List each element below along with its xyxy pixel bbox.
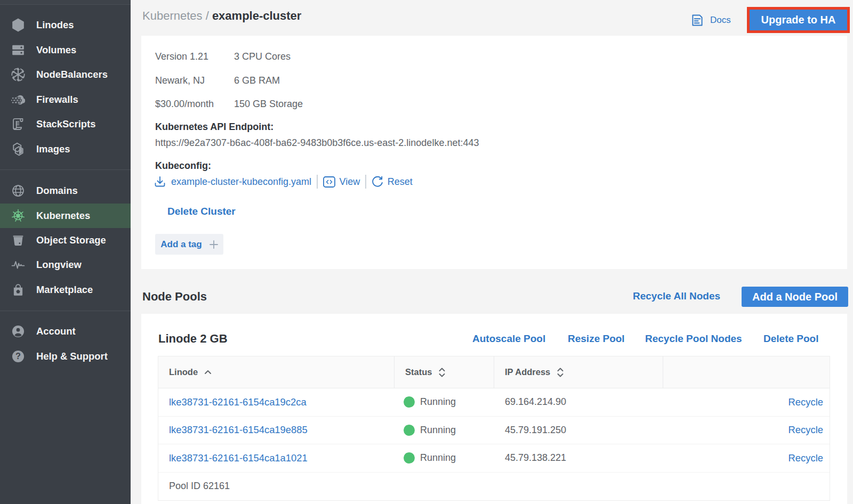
svg-text:?: ? (15, 351, 21, 361)
